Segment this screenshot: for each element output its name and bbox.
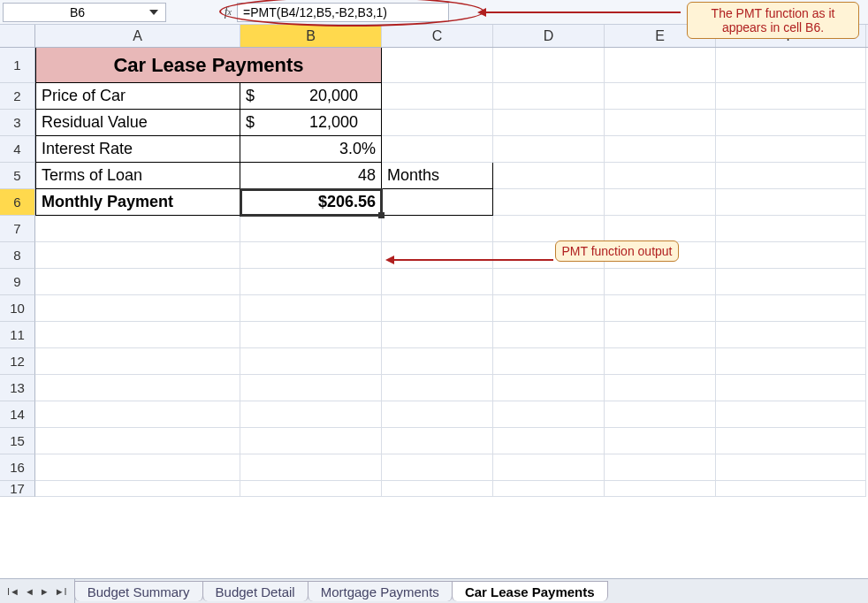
row-header-17[interactable]: 17 bbox=[0, 481, 35, 497]
cell-C9[interactable] bbox=[382, 269, 493, 295]
fx-button[interactable]: fx bbox=[166, 3, 237, 22]
cell-A9[interactable] bbox=[35, 269, 240, 295]
cell-C16[interactable] bbox=[382, 454, 493, 481]
col-header-B[interactable]: B bbox=[240, 25, 382, 47]
cell-C3[interactable] bbox=[382, 110, 493, 136]
cell-A11[interactable] bbox=[35, 322, 240, 348]
cell-A3[interactable]: Residual Value bbox=[35, 110, 240, 136]
cell-E13[interactable] bbox=[605, 375, 716, 401]
cell-E1[interactable] bbox=[605, 48, 716, 83]
formula-input[interactable]: =PMT(B4/12,B5,-B2,B3,1) bbox=[237, 3, 449, 22]
row-header-1[interactable]: 1 bbox=[0, 48, 35, 83]
cell-E14[interactable] bbox=[605, 401, 716, 428]
cell-F5[interactable] bbox=[716, 163, 866, 189]
cell-B14[interactable] bbox=[240, 401, 382, 428]
cell-B13[interactable] bbox=[240, 375, 382, 401]
cell-F1[interactable] bbox=[716, 48, 866, 83]
row-header-5[interactable]: 5 bbox=[0, 163, 35, 189]
cell-E16[interactable] bbox=[605, 454, 716, 481]
cell-C8[interactable] bbox=[382, 242, 493, 269]
nav-next-icon[interactable]: ► bbox=[40, 586, 49, 597]
cell-D11[interactable] bbox=[493, 322, 605, 348]
row-header-7[interactable]: 7 bbox=[0, 216, 35, 242]
cell-C14[interactable] bbox=[382, 401, 493, 428]
cell-E11[interactable] bbox=[605, 322, 716, 348]
cell-B9[interactable] bbox=[240, 269, 382, 295]
cell-C5[interactable]: Months bbox=[382, 163, 493, 189]
cell-D9[interactable] bbox=[493, 269, 605, 295]
cell-E5[interactable] bbox=[605, 163, 716, 189]
cell-D3[interactable] bbox=[493, 110, 605, 136]
cell-E17[interactable] bbox=[605, 481, 716, 497]
cell-F15[interactable] bbox=[716, 428, 866, 454]
col-header-A[interactable]: A bbox=[35, 25, 240, 47]
cell-A8[interactable] bbox=[35, 242, 240, 269]
cell-D5[interactable] bbox=[493, 163, 605, 189]
cell-F6[interactable] bbox=[716, 189, 866, 216]
cell-E3[interactable] bbox=[605, 110, 716, 136]
cell-F7[interactable] bbox=[716, 216, 866, 242]
cell-E6[interactable] bbox=[605, 189, 716, 216]
tab-budget-summary[interactable]: Budget Summary bbox=[74, 581, 203, 601]
cell-A17[interactable] bbox=[35, 481, 240, 497]
cell-B2[interactable]: $20,000 bbox=[240, 83, 382, 110]
cell-A15[interactable] bbox=[35, 428, 240, 454]
cell-B15[interactable] bbox=[240, 428, 382, 454]
cell-C12[interactable] bbox=[382, 348, 493, 375]
cell-A5[interactable]: Terms of Loan bbox=[35, 163, 240, 189]
cell-F8[interactable] bbox=[716, 242, 866, 269]
nav-first-icon[interactable]: I◄ bbox=[7, 586, 19, 597]
cell-C1[interactable] bbox=[382, 48, 493, 83]
cell-B16[interactable] bbox=[240, 454, 382, 481]
cell-C2[interactable] bbox=[382, 83, 493, 110]
cell-C10[interactable] bbox=[382, 295, 493, 322]
cell-F16[interactable] bbox=[716, 454, 866, 481]
cell-B17[interactable] bbox=[240, 481, 382, 497]
cell-D14[interactable] bbox=[493, 401, 605, 428]
cell-A6[interactable]: Monthly Payment bbox=[35, 189, 240, 216]
cell-E12[interactable] bbox=[605, 348, 716, 375]
row-header-10[interactable]: 10 bbox=[0, 295, 35, 322]
row-header-8[interactable]: 8 bbox=[0, 242, 35, 269]
chevron-down-icon[interactable] bbox=[149, 10, 158, 15]
cell-title[interactable]: Car Lease Payments bbox=[35, 48, 382, 83]
cell-F17[interactable] bbox=[716, 481, 866, 497]
cell-B7[interactable] bbox=[240, 216, 382, 242]
cell-C6[interactable] bbox=[382, 189, 493, 216]
nav-last-icon[interactable]: ►I bbox=[55, 586, 67, 597]
cell-D7[interactable] bbox=[493, 216, 605, 242]
cell-C4[interactable] bbox=[382, 136, 493, 163]
cell-E10[interactable] bbox=[605, 295, 716, 322]
tab-mortgage-payments[interactable]: Mortgage Payments bbox=[308, 581, 453, 601]
cell-D15[interactable] bbox=[493, 428, 605, 454]
cell-B12[interactable] bbox=[240, 348, 382, 375]
cell-E2[interactable] bbox=[605, 83, 716, 110]
cell-B10[interactable] bbox=[240, 295, 382, 322]
row-header-3[interactable]: 3 bbox=[0, 110, 35, 136]
cell-C7[interactable] bbox=[382, 216, 493, 242]
cell-E4[interactable] bbox=[605, 136, 716, 163]
cell-D4[interactable] bbox=[493, 136, 605, 163]
cell-B11[interactable] bbox=[240, 322, 382, 348]
nav-prev-icon[interactable]: ◄ bbox=[25, 586, 34, 597]
cell-D12[interactable] bbox=[493, 348, 605, 375]
cell-F4[interactable] bbox=[716, 136, 866, 163]
cell-C17[interactable] bbox=[382, 481, 493, 497]
cell-F3[interactable] bbox=[716, 110, 866, 136]
cell-D6[interactable] bbox=[493, 189, 605, 216]
row-header-2[interactable]: 2 bbox=[0, 83, 35, 110]
row-header-16[interactable]: 16 bbox=[0, 454, 35, 481]
row-header-11[interactable]: 11 bbox=[0, 322, 35, 348]
cell-C15[interactable] bbox=[382, 428, 493, 454]
col-header-C[interactable]: C bbox=[382, 25, 493, 47]
row-header-13[interactable]: 13 bbox=[0, 375, 35, 401]
select-all-corner[interactable] bbox=[0, 25, 35, 47]
cell-D13[interactable] bbox=[493, 375, 605, 401]
row-header-14[interactable]: 14 bbox=[0, 401, 35, 428]
cell-D2[interactable] bbox=[493, 83, 605, 110]
cell-E9[interactable] bbox=[605, 269, 716, 295]
cell-C11[interactable] bbox=[382, 322, 493, 348]
cell-B8[interactable] bbox=[240, 242, 382, 269]
cell-A10[interactable] bbox=[35, 295, 240, 322]
cell-B3[interactable]: $12,000 bbox=[240, 110, 382, 136]
